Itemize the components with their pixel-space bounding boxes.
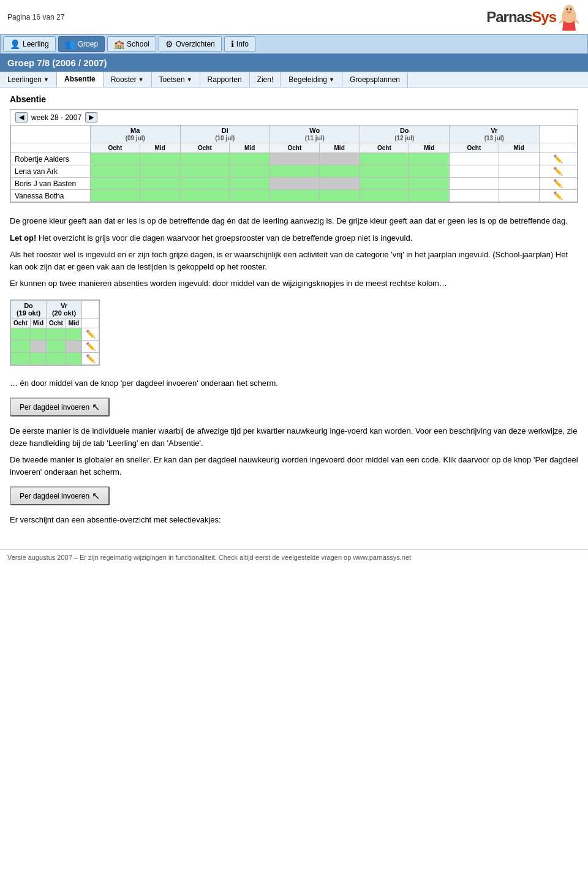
cell <box>91 190 140 202</box>
table-row: ✏️ <box>11 352 99 364</box>
page-number: Pagina 16 van 27 <box>7 13 64 21</box>
leerlingen-dropdown-arrow: ▼ <box>43 77 49 83</box>
school-icon: 🏫 <box>114 39 124 49</box>
cell <box>270 178 320 190</box>
sub-nav-begeleiding[interactable]: Begeleiding ▼ <box>281 72 342 87</box>
nav-tab-overzichten[interactable]: ⚙ Overzichten <box>159 36 222 52</box>
edit-cell[interactable]: ✏️ <box>539 165 578 178</box>
svg-line-5 <box>575 20 579 23</box>
edit-cell[interactable]: ✏️ <box>82 352 99 364</box>
edit-icon[interactable]: ✏️ <box>553 191 563 200</box>
cell <box>47 328 66 340</box>
cell <box>499 190 539 202</box>
cell <box>409 178 450 190</box>
cell <box>230 178 270 190</box>
cell <box>230 190 270 202</box>
nav-bar: 👤 Leerling 👥 Groep 🏫 School ⚙ Overzichte… <box>0 34 588 54</box>
edit-cell[interactable]: ✏️ <box>82 340 99 352</box>
cell <box>360 178 409 190</box>
nav-tab-leerling[interactable]: 👤 Leerling <box>3 36 56 52</box>
small-do-mid: Mid <box>30 318 46 328</box>
edit-icon[interactable]: ✏️ <box>553 167 563 176</box>
week-prev-button[interactable]: ◀ <box>15 112 28 123</box>
edit-icon[interactable]: ✏️ <box>86 342 96 351</box>
edit-cell[interactable]: ✏️ <box>539 178 578 190</box>
sub-nav-toetsen[interactable]: Toetsen ▼ <box>152 72 200 87</box>
cell <box>319 190 360 202</box>
para-after-button1: De eerste manier is de individuele manie… <box>10 425 578 449</box>
day-header-ma: Ma(09 jul) <box>91 126 181 143</box>
sub-nav-rooster[interactable]: Rooster ▼ <box>104 72 152 87</box>
edit-cell[interactable]: ✏️ <box>539 190 578 202</box>
edit-icon[interactable]: ✏️ <box>86 330 96 339</box>
cell <box>230 153 270 165</box>
cell <box>91 153 140 165</box>
do-ocht: Ocht <box>360 143 409 153</box>
groep-icon: 👥 <box>65 39 75 49</box>
cell <box>180 165 230 178</box>
day-header-do: Do(12 jul) <box>360 126 450 143</box>
logo-area: ParnasSys <box>486 4 581 31</box>
body-para-2: Let op! Het overzicht is grijs voor die … <box>10 232 578 244</box>
edit-icon[interactable]: ✏️ <box>86 354 96 363</box>
sub-nav-rapporten[interactable]: Rapporten <box>200 72 250 87</box>
vr-ocht: Ocht <box>450 143 499 153</box>
edit-icon[interactable]: ✏️ <box>553 154 563 164</box>
do-mid: Mid <box>409 143 450 153</box>
svg-point-1 <box>564 5 574 15</box>
cell <box>409 165 450 178</box>
body-para-4: Er kunnen op twee manieren absenties wor… <box>10 277 578 290</box>
cell <box>180 153 230 165</box>
name-col-header <box>11 126 91 143</box>
leerling-icon: 👤 <box>10 39 20 49</box>
day-header-wo: Wo(11 jul) <box>270 126 360 143</box>
di-mid: Mid <box>230 143 270 153</box>
sub-nav-groepsplannen[interactable]: Groepsplannen <box>342 72 408 87</box>
nav-tab-groep[interactable]: 👥 Groep <box>58 36 105 52</box>
week-nav: ◀ week 28 - 2007 ▶ <box>10 110 578 125</box>
table-row: Boris J van Basten✏️ <box>11 178 578 190</box>
per-dagdeel-button-1[interactable]: Per dagdeel invoeren ↖ <box>10 398 110 417</box>
cell <box>409 190 450 202</box>
svg-point-3 <box>570 9 572 10</box>
edit-cell[interactable]: ✏️ <box>82 328 99 340</box>
cell <box>11 328 31 340</box>
nav-tab-info[interactable]: ℹ Info <box>224 36 255 52</box>
cell <box>270 165 320 178</box>
rooster-dropdown-arrow: ▼ <box>138 77 144 83</box>
student-name: Robertje Aalders <box>11 153 91 165</box>
para-final: Er verschijnt dan een absentie-overzicht… <box>10 514 578 526</box>
week-next-button[interactable]: ▶ <box>85 112 97 123</box>
group-title-bar: Groep 7/8 (2006 / 2007) <box>0 54 588 72</box>
wo-mid: Mid <box>319 143 360 153</box>
cell <box>140 178 180 190</box>
small-vr-mid: Mid <box>66 318 81 328</box>
wo-ocht: Ocht <box>270 143 320 153</box>
cell <box>450 153 499 165</box>
nav-tab-school[interactable]: 🏫 School <box>107 36 156 52</box>
cell <box>91 178 140 190</box>
body-para-3: Als het rooster wel is ingevuld en er zi… <box>10 249 578 273</box>
edit-icon[interactable]: ✏️ <box>553 179 563 188</box>
sub-nav-leerlingen[interactable]: Leerlingen ▼ <box>0 72 57 87</box>
begeleiding-dropdown-arrow: ▼ <box>329 77 334 83</box>
small-day-do: Do(19 okt) <box>11 300 47 318</box>
cell <box>270 190 320 202</box>
sub-nav-absentie[interactable]: Absentie <box>57 72 104 88</box>
sub-nav-zien[interactable]: Zien! <box>250 72 282 87</box>
cell <box>270 153 320 165</box>
toetsen-dropdown-arrow: ▼ <box>187 77 192 83</box>
per-dagdeel-button-2[interactable]: Per dagdeel invoeren ↖ <box>10 486 110 505</box>
logo-text: ParnasSys <box>486 9 556 26</box>
cell <box>499 178 539 190</box>
student-name: Boris J van Basten <box>11 178 91 190</box>
week-label: week 28 - 2007 <box>31 113 81 122</box>
cell <box>66 328 81 340</box>
small-day-vr: Vr(20 okt) <box>47 300 82 318</box>
button-label-1: Per dagdeel invoeren <box>20 403 89 412</box>
table-row: Robertje Aalders✏️ <box>11 153 578 165</box>
cell <box>47 352 66 364</box>
cell <box>140 190 180 202</box>
cell <box>360 165 409 178</box>
edit-cell[interactable]: ✏️ <box>539 153 578 165</box>
